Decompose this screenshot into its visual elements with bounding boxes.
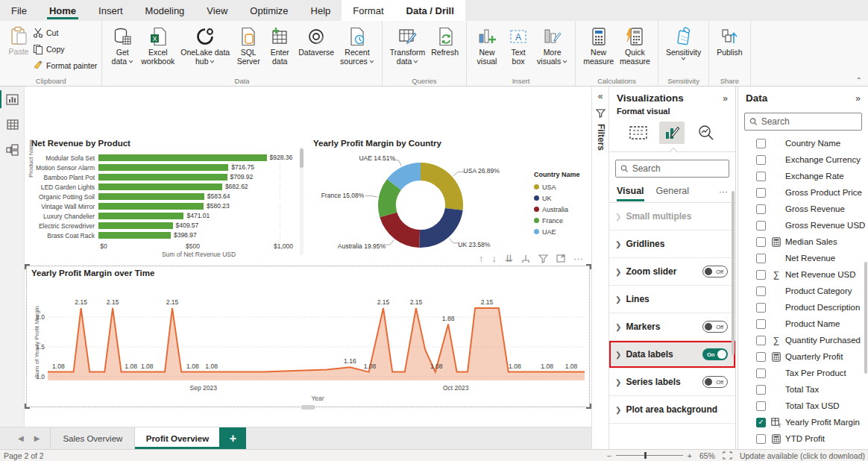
new-visual-button[interactable]: Newvisual — [471, 24, 503, 66]
report-canvas[interactable]: Net Revenue by Product Product Name Modu… — [25, 87, 591, 427]
visualizations-scrollbar[interactable] — [732, 191, 735, 355]
fit-to-page-icon[interactable] — [723, 451, 732, 460]
publish-button[interactable]: Publish — [714, 24, 745, 57]
legend-item[interactable]: USA — [534, 181, 586, 192]
drill-up-icon[interactable]: ↑ — [479, 253, 484, 264]
zoom-in-button[interactable]: + — [688, 451, 692, 460]
table-view-icon[interactable] — [0, 112, 25, 137]
bar-row[interactable]: Organic Potting Soil$583.64 — [27, 192, 295, 201]
bar-row[interactable]: Electric Screwdriver$409.57 — [27, 221, 295, 230]
page-tab-profit-overview[interactable]: Profit Overview — [135, 427, 219, 449]
field-checkbox[interactable] — [756, 401, 766, 411]
field-checkbox[interactable] — [756, 286, 766, 296]
field-total-tax[interactable]: Total Tax — [738, 381, 868, 398]
analytics-mode-icon[interactable] — [694, 122, 719, 144]
field-gross-product-price[interactable]: Gross Product Price — [738, 184, 868, 201]
visualizations-search[interactable] — [615, 160, 729, 178]
zoom-slider-thumb[interactable] — [644, 452, 647, 459]
enter-data-button[interactable]: Enterdata — [264, 24, 295, 66]
dataverse-button[interactable]: Dataverse — [295, 24, 337, 57]
format-option-zoom-slider[interactable]: ❯Zoom sliderOff — [609, 258, 735, 286]
drill-mode-icon[interactable] — [521, 254, 530, 263]
field-checkbox[interactable] — [756, 237, 766, 247]
quick-measure-button[interactable]: Quickmeasure — [617, 24, 653, 66]
field-net-revenue[interactable]: Net Revenue — [738, 250, 868, 266]
zoom-out-button[interactable]: − — [607, 451, 611, 460]
field-total-tax-usd[interactable]: Total Tax USD — [738, 398, 868, 414]
bar-row[interactable]: Modular Sofa Set$928.36 — [27, 153, 295, 163]
field-checkbox[interactable] — [756, 434, 766, 444]
field-tax-per-product[interactable]: Tax Per Product — [738, 365, 868, 381]
field-checkbox[interactable] — [756, 336, 766, 345]
zoom-slider-toggle[interactable]: Off — [702, 266, 728, 277]
cut-button[interactable]: Cut — [33, 25, 97, 40]
refresh-button[interactable]: Refresh — [428, 24, 462, 57]
legend-item[interactable]: Australia — [534, 204, 586, 215]
expand-filters-icon[interactable]: « — [592, 91, 608, 101]
sensitivity-button[interactable]: Sensitivity — [663, 24, 704, 60]
text-box-button[interactable]: ATextbox — [503, 24, 534, 66]
field-checkbox[interactable] — [756, 319, 766, 329]
report-view-icon[interactable] — [0, 87, 25, 112]
legend-item[interactable]: France — [534, 215, 586, 226]
focus-mode-icon[interactable] — [556, 254, 565, 263]
field-checkbox[interactable] — [756, 385, 766, 395]
more-options-icon[interactable]: ··· — [573, 253, 583, 264]
sql-server-button[interactable]: SQLServer — [233, 24, 264, 66]
field-checkbox[interactable] — [756, 418, 766, 427]
field-checkbox[interactable] — [756, 188, 766, 198]
copy-button[interactable]: Copy — [33, 42, 97, 56]
fields-mode-icon[interactable] — [626, 122, 651, 144]
field-net-revenue-usd[interactable]: ∑Net Revenue USD — [738, 266, 868, 283]
bar-row[interactable]: Motion Sensor Alarm$716.75 — [27, 163, 295, 172]
field-checkbox[interactable] — [756, 303, 766, 313]
more-tabs-icon[interactable]: ··· — [719, 186, 728, 201]
data-search[interactable] — [744, 113, 862, 131]
data-search-input[interactable] — [761, 116, 857, 127]
area-chart-visual[interactable]: Yearly Profit Margin over Time Sum of Ye… — [27, 266, 589, 407]
bar-row[interactable]: LED Garden Lights$682.62 — [27, 182, 295, 192]
field-ytd-profit[interactable]: YTD Profit — [738, 430, 868, 447]
paste-button[interactable]: Paste — [4, 24, 33, 56]
model-view-icon[interactable] — [0, 137, 25, 163]
field-product-category[interactable]: Product Category — [738, 283, 868, 299]
format-option-plot-area-background[interactable]: ❯Plot area background — [609, 396, 735, 424]
field-product-name[interactable]: Product Name — [738, 316, 868, 332]
collapse-visualizations-icon[interactable]: » — [723, 93, 728, 104]
format-option-lines[interactable]: ❯Lines — [609, 286, 735, 313]
add-page-button[interactable]: + — [219, 427, 246, 449]
field-product-description[interactable]: Product Description — [738, 299, 868, 316]
legend-item[interactable]: UAE — [534, 226, 586, 237]
field-quarterly-profit[interactable]: Quarterly Profit — [738, 348, 868, 365]
ribbon-tab-insert[interactable]: Insert — [87, 0, 134, 21]
field-gross-revenue-usd[interactable]: Gross Revenue USD — [738, 217, 868, 233]
format-painter-button[interactable]: Format painter — [33, 58, 97, 72]
tab-general[interactable]: General — [656, 186, 689, 201]
ribbon-tab-help[interactable]: Help — [300, 0, 342, 21]
format-option-small-multiples[interactable]: ❯Small multiples — [609, 203, 735, 230]
field-gross-revenue[interactable]: Gross Revenue — [738, 201, 868, 217]
update-available-link[interactable]: Update available (click to download) — [740, 451, 865, 460]
legend-item[interactable]: UK — [534, 192, 586, 204]
more-visuals-button[interactable]: Morevisuals — [534, 24, 570, 66]
field-checkbox[interactable] — [756, 254, 766, 263]
excel-workbook-button[interactable]: XExcelworkbook — [138, 24, 177, 66]
donut-chart-visual[interactable]: Yearly Profit Margin by Country USA 26.8… — [309, 137, 589, 265]
next-page-icon[interactable]: ▶ — [34, 434, 40, 442]
bar-row[interactable]: Vintage Wall Mirror$580.23 — [27, 201, 295, 211]
bar-chart-visual[interactable]: Net Revenue by Product Product Name Modu… — [27, 137, 306, 265]
bar-row[interactable]: Bamboo Plant Pot$709.92 — [27, 172, 295, 182]
drill-down-icon[interactable]: ↓ — [492, 253, 497, 264]
field-checkbox[interactable] — [756, 204, 766, 214]
format-mode-icon[interactable] — [659, 122, 685, 144]
ribbon-tab-data-drill[interactable]: Data / Drill — [395, 0, 465, 21]
ribbon-tab-home[interactable]: Home — [38, 0, 87, 21]
field-checkbox[interactable] — [756, 139, 766, 148]
onelake-data-hub-button[interactable]: OneLake datahub — [177, 24, 233, 66]
collapse-data-icon[interactable]: » — [855, 93, 861, 104]
filters-pane-label[interactable]: Filters — [594, 124, 606, 151]
ribbon-tab-modeling[interactable]: Modeling — [134, 0, 196, 21]
field-checkbox[interactable] — [756, 270, 766, 280]
format-option-data-labels[interactable]: ❯Data labelsOn — [609, 341, 735, 369]
field-checkbox[interactable] — [756, 352, 766, 362]
